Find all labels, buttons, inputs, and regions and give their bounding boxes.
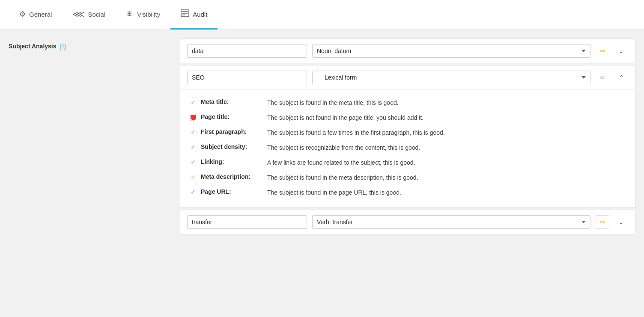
status-icon-meta-description: ✓ (191, 174, 201, 181)
help-link[interactable]: [?] (60, 43, 66, 50)
analysis-text-first-paragraph: The subject is found a few times in the … (267, 128, 445, 137)
content-area: Noun: datum Verb: data ✏ ⌄ — Lexical for… (171, 30, 644, 317)
analysis-row-meta-description: ✓ Meta description: The subject is found… (191, 173, 625, 182)
analysis-label-subject-density: Subject density: (201, 143, 267, 150)
entry-select-transfer[interactable]: Verb: transfer Noun: transfer (312, 215, 590, 229)
tab-audit[interactable]: Audit (170, 0, 218, 30)
entry-card-transfer: Verb: transfer Noun: transfer ✏ ⌄ (180, 210, 635, 234)
analysis-label-linking: Linking: (201, 158, 267, 165)
top-navigation: ⚙ General ⋘ Social 👁 Visibility Audit (0, 0, 644, 30)
collapse-button-data[interactable]: ⌄ (614, 44, 628, 58)
collapse-button-seo[interactable]: ⌃ (614, 71, 628, 84)
analysis-text-page-title: The subject is not found in the page tit… (267, 113, 423, 122)
status-icon-first-paragraph: ✓ (191, 129, 201, 136)
analysis-text-linking: A few links are found related to the sub… (267, 158, 415, 167)
status-icon-page-title (191, 114, 201, 122)
analysis-text-meta-description: The subject is found in the meta descrip… (267, 173, 418, 182)
edit-button-seo[interactable]: ✏ (596, 71, 609, 84)
entry-row-transfer: Verb: transfer Noun: transfer ✏ ⌄ (180, 210, 635, 234)
entry-row-data: Noun: datum Verb: data ✏ ⌄ (180, 39, 635, 63)
analysis-label-page-url: Page URL: (201, 188, 267, 195)
tab-social[interactable]: ⋘ Social (62, 0, 116, 30)
tab-visibility-label: Visibility (137, 11, 160, 18)
collapse-button-transfer[interactable]: ⌄ (614, 215, 628, 229)
analysis-label-meta-title: Meta title: (201, 98, 267, 105)
edit-button-transfer[interactable]: ✏ (596, 215, 609, 229)
entry-select-seo[interactable]: — Lexical form — (312, 71, 590, 84)
main-layout: Subject Analysis [?] Noun: datum Verb: d… (0, 30, 644, 317)
status-icon-page-url: ✓ (191, 189, 201, 196)
analysis-label-meta-description: Meta description: (201, 173, 267, 180)
analysis-row-page-url: ✓ Page URL: The subject is found in the … (191, 188, 625, 197)
entry-input-transfer[interactable] (187, 215, 307, 229)
analysis-label-first-paragraph: First paragraph: (201, 128, 267, 135)
analysis-panel: ✓ Meta title: The subject is found in th… (180, 89, 635, 207)
entry-row-seo: — Lexical form — ✏ ⌃ (180, 65, 635, 89)
entry-card-seo: — Lexical form — ✏ ⌃ ✓ Meta title: The s… (180, 65, 635, 208)
eye-icon: 👁 (126, 10, 134, 19)
entry-select-data[interactable]: Noun: datum Verb: data (312, 44, 590, 58)
analysis-text-subject-density: The subject is recognizable from the con… (267, 143, 420, 152)
analysis-row-page-title: Page title: The subject is not found in … (191, 113, 625, 122)
sidebar: Subject Analysis [?] (0, 30, 171, 317)
tab-visibility[interactable]: 👁 Visibility (116, 0, 170, 30)
entry-card-data: Noun: datum Verb: data ✏ ⌄ (180, 39, 635, 63)
gear-icon: ⚙ (19, 9, 26, 19)
analysis-row-subject-density: ✓ Subject density: The subject is recogn… (191, 143, 625, 152)
subject-analysis-label: Subject Analysis (9, 43, 57, 50)
tab-audit-label: Audit (193, 11, 207, 18)
status-icon-subject-density: ✓ (191, 144, 201, 151)
tab-general[interactable]: ⚙ General (9, 0, 62, 30)
tab-general-label: General (29, 11, 52, 18)
social-icon: ⋘ (72, 9, 84, 19)
analysis-text-meta-title: The subject is found in the meta title, … (267, 98, 399, 107)
edit-button-data[interactable]: ✏ (596, 44, 609, 58)
analysis-row-meta-title: ✓ Meta title: The subject is found in th… (191, 98, 625, 107)
entry-input-data[interactable] (187, 44, 307, 58)
status-icon-linking: ✓ (191, 159, 201, 166)
audit-icon (181, 9, 189, 19)
subject-analysis-section: Subject Analysis [?] (9, 43, 163, 50)
status-icon-meta-title: ✓ (191, 99, 201, 106)
analysis-row-first-paragraph: ✓ First paragraph: The subject is found … (191, 128, 625, 137)
tab-social-label: Social (88, 11, 105, 18)
analysis-text-page-url: The subject is found in the page URL, th… (267, 188, 401, 197)
analysis-row-linking: ✓ Linking: A few links are found related… (191, 158, 625, 167)
analysis-label-page-title: Page title: (201, 113, 267, 120)
entry-input-seo[interactable] (187, 71, 307, 84)
